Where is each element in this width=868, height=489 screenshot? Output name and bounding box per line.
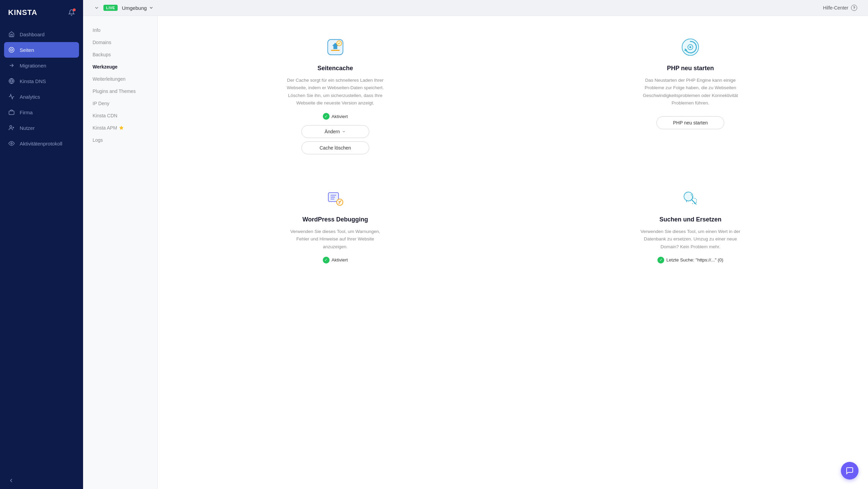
- change-cache-button[interactable]: Ändern: [301, 125, 369, 138]
- wp-debugging-title: WordPress Debugging: [302, 216, 368, 223]
- help-icon: ?: [851, 5, 857, 11]
- sidebar-item-label: Kinsta DNS: [20, 78, 46, 84]
- sidebar-item-label: Seiten: [20, 47, 34, 53]
- migration-icon: [8, 62, 15, 69]
- firma-icon: [8, 109, 15, 116]
- notification-dot: [73, 8, 76, 11]
- php-restart-title: PHP neu starten: [667, 65, 714, 72]
- sidebar-item-dashboard[interactable]: Dashboard: [0, 26, 83, 42]
- sec-nav-kinsta-cdn[interactable]: Kinsta CDN: [83, 110, 157, 122]
- search-replace-title: Suchen und Ersetzen: [659, 216, 722, 223]
- main-content: Seitencache Der Cache sorgt für ein schn…: [158, 16, 868, 489]
- sec-nav-domains[interactable]: Domains: [83, 36, 157, 48]
- sidebar-item-nutzer[interactable]: Nutzer: [0, 120, 83, 136]
- svg-marker-7: [120, 126, 124, 130]
- status-dot-debug: ✓: [323, 257, 330, 263]
- sidebar-item-label: Dashboard: [20, 32, 44, 37]
- sec-nav-weiterleitungen[interactable]: Weiterleitungen: [83, 73, 157, 85]
- environment-label: Umgebung: [122, 5, 146, 11]
- logo: KINSTA: [8, 8, 37, 17]
- sec-nav-plugins-themes[interactable]: Plugins and Themes: [83, 85, 157, 97]
- topbar-chevron-icon[interactable]: [94, 5, 99, 11]
- sec-nav-logs[interactable]: Logs: [83, 134, 157, 146]
- restart-php-button[interactable]: PHP neu starten: [656, 116, 724, 129]
- dns-icon: [8, 78, 15, 84]
- svg-point-0: [9, 47, 14, 53]
- seitencache-icon: [324, 36, 346, 58]
- sec-nav-info[interactable]: Info: [83, 24, 157, 36]
- status-dot-search: ✓: [657, 257, 664, 263]
- tools-grid: Seitencache Der Cache sorgt für ein schn…: [171, 30, 854, 276]
- analytics-icon: [8, 93, 15, 100]
- sec-nav-ip-deny[interactable]: IP Deny: [83, 97, 157, 110]
- seitencache-description: Der Cache sorgt für ein schnelleres Lade…: [284, 77, 386, 107]
- notification-bell[interactable]: [68, 9, 75, 16]
- tool-wp-debugging: WordPress Debugging Verwenden Sie dieses…: [171, 181, 499, 276]
- svg-point-6: [11, 143, 13, 144]
- secondary-sidebar: Info Domains Backups Werkzeuge Weiterlei…: [83, 16, 158, 489]
- search-replace-icon: [679, 188, 701, 209]
- tool-search-replace: Suchen und Ersetzen Verwenden Sie dieses…: [527, 181, 855, 276]
- sidebar-item-dns[interactable]: Kinsta DNS: [0, 73, 83, 89]
- php-restart-icon: [679, 36, 701, 58]
- sidebar-item-label: Migrationen: [20, 63, 46, 69]
- seitencache-status: ✓ Aktiviert: [323, 113, 348, 120]
- sidebar-item-analytics[interactable]: Analytics: [0, 89, 83, 104]
- sidebar-item-label: Analytics: [20, 94, 40, 100]
- help-center-link[interactable]: Hilfe-Center ?: [823, 5, 857, 11]
- sidebar-nav: Dashboard Seiten Migrationen: [0, 24, 83, 472]
- sidebar-item-seiten[interactable]: Seiten: [4, 42, 79, 58]
- sidebar-collapse-btn[interactable]: [0, 472, 83, 489]
- sidebar-header: KINSTA: [0, 0, 83, 24]
- sidebar: KINSTA Dashboard Seit: [0, 0, 83, 489]
- tool-seitencache: Seitencache Der Cache sorgt für ein schn…: [171, 30, 499, 164]
- main-area: LIVE Umgebung Hilfe-Center ? Info Domain…: [83, 0, 868, 489]
- wp-debugging-status-label: Aktiviert: [332, 257, 348, 262]
- search-replace-status: ✓ Letzte Suche: "https://..." (0): [657, 257, 723, 263]
- sidebar-item-migrationen[interactable]: Migrationen: [0, 58, 83, 73]
- sidebar-item-label: Aktivitätenprotokoll: [20, 141, 62, 146]
- topbar: LIVE Umgebung Hilfe-Center ?: [83, 0, 868, 16]
- svg-point-15: [339, 203, 340, 204]
- status-dot-active: ✓: [323, 113, 330, 120]
- svg-point-12: [689, 46, 691, 48]
- svg-point-3: [10, 125, 12, 128]
- wp-debugging-icon: [324, 188, 346, 209]
- php-restart-description: Das Neustarten der PHP Engine kann einig…: [639, 77, 741, 107]
- search-replace-status-label: Letzte Suche: "https://..." (0): [666, 257, 723, 262]
- sec-nav-werkzeuge[interactable]: Werkzeuge: [83, 61, 157, 73]
- chat-button[interactable]: [841, 462, 859, 480]
- environment-selector[interactable]: Umgebung: [122, 5, 153, 11]
- sec-nav-kinsta-apm[interactable]: Kinsta APM: [83, 122, 157, 134]
- clear-cache-button[interactable]: Cache löschen: [301, 141, 369, 154]
- seitencache-title: Seitencache: [317, 65, 353, 72]
- sidebar-item-label: Firma: [20, 110, 33, 115]
- sidebar-item-aktivitaet[interactable]: Aktivitätenprotokoll: [0, 136, 83, 151]
- topbar-left: LIVE Umgebung: [94, 5, 154, 11]
- search-replace-description: Verwenden Sie dieses Tool, um einen Wert…: [639, 228, 741, 251]
- tool-php-restart: PHP neu starten Das Neustarten der PHP E…: [527, 30, 855, 164]
- home-icon: [8, 31, 15, 38]
- svg-rect-2: [9, 111, 14, 115]
- activity-icon: [8, 140, 15, 147]
- sidebar-item-firma[interactable]: Firma: [0, 104, 83, 120]
- seitencache-status-label: Aktiviert: [332, 114, 348, 119]
- help-center-label: Hilfe-Center: [823, 5, 848, 11]
- wp-debugging-description: Verwenden Sie dieses Tool, um Warnungen,…: [284, 228, 386, 251]
- user-icon: [8, 124, 15, 131]
- sidebar-item-label: Nutzer: [20, 125, 35, 131]
- content-wrapper: Info Domains Backups Werkzeuge Weiterlei…: [83, 16, 868, 489]
- sec-nav-backups[interactable]: Backups: [83, 48, 157, 61]
- grid-icon: [8, 46, 15, 53]
- svg-point-1: [11, 49, 13, 51]
- wp-debugging-status: ✓ Aktiviert: [323, 257, 348, 263]
- live-badge: LIVE: [103, 5, 118, 11]
